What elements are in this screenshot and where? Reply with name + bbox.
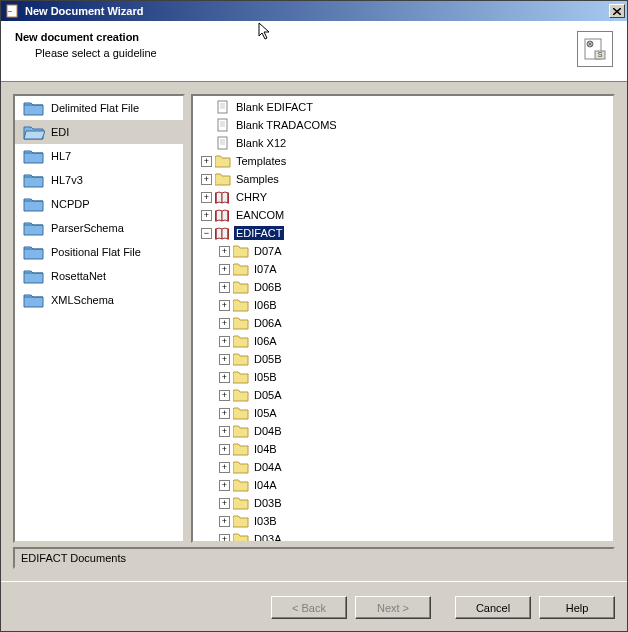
tree-node[interactable]: +D03A [197,530,613,541]
expand-icon[interactable]: + [201,174,212,185]
expand-icon[interactable]: + [219,336,230,347]
tree-node[interactable]: +I05A [197,404,613,422]
expand-icon[interactable]: + [219,444,230,455]
tree-node[interactable]: +I04B [197,440,613,458]
expand-icon[interactable]: + [219,516,230,527]
category-item[interactable]: HL7 [15,144,183,168]
category-item[interactable]: NCPDP [15,192,183,216]
expand-icon[interactable]: + [219,372,230,383]
tree-node[interactable]: +CHRY [197,188,613,206]
expand-icon[interactable]: + [219,534,230,542]
folder-icon [23,243,45,261]
expand-icon[interactable]: + [219,462,230,473]
expand-icon[interactable]: + [219,498,230,509]
header-subtitle: Please select a guideline [35,47,157,59]
help-button[interactable]: Help [539,596,615,619]
tree-node-label: EDIFACT [234,226,284,240]
tree-node[interactable]: +EANCOM [197,206,613,224]
back-button[interactable]: < Back [271,596,347,619]
category-item[interactable]: ParserSchema [15,216,183,240]
wizard-header: New document creation Please select a gu… [1,21,627,82]
svg-rect-13 [215,228,217,239]
tree-node[interactable]: +I07A [197,260,613,278]
expand-icon[interactable]: + [219,264,230,275]
expand-icon[interactable]: + [201,210,212,221]
tree-node[interactable]: +I03B [197,512,613,530]
tree-node[interactable]: Blank EDIFACT [197,98,613,116]
tree-node-label: D05B [252,352,284,366]
collapse-icon[interactable]: − [201,228,212,239]
folder-icon [233,406,249,420]
expand-icon[interactable]: + [219,408,230,419]
tree-node-label: D06B [252,280,284,294]
book-icon [215,190,231,204]
folder-icon [233,514,249,528]
tree-node[interactable]: +D07A [197,242,613,260]
tree-node[interactable]: −EDIFACT [197,224,613,242]
doc-icon [215,100,231,114]
tree-node-label: D04B [252,424,284,438]
doc-icon [215,118,231,132]
tree-node-label: EANCOM [234,208,286,222]
expand-icon[interactable]: + [201,156,212,167]
category-item[interactable]: HL7v3 [15,168,183,192]
svg-text:S: S [598,51,603,58]
title-bar: New Document Wizard [1,1,627,21]
close-button[interactable] [609,4,625,18]
category-list[interactable]: Delimited Flat FileEDIHL7HL7v3NCPDPParse… [13,94,185,543]
expand-icon[interactable]: + [219,426,230,437]
tree-node[interactable]: +D04B [197,422,613,440]
category-label: NCPDP [51,198,90,210]
category-item[interactable]: Positional Flat File [15,240,183,264]
expand-icon[interactable]: + [219,318,230,329]
tree-node[interactable]: +D03B [197,494,613,512]
folder-icon [233,298,249,312]
tree-node-label: I07A [252,262,279,276]
tree-node-label: I04A [252,478,279,492]
category-item[interactable]: EDI [15,120,183,144]
folder-icon [233,460,249,474]
tree-scroll[interactable]: Blank EDIFACTBlank TRADACOMSBlank X12+Te… [193,96,613,541]
book-icon [215,226,231,240]
tree-node[interactable]: +D04A [197,458,613,476]
tree-node[interactable]: +Templates [197,152,613,170]
next-button[interactable]: Next > [355,596,431,619]
tree-node[interactable]: +D05A [197,386,613,404]
expand-icon[interactable]: + [219,354,230,365]
cancel-button[interactable]: Cancel [455,596,531,619]
tree-node[interactable]: +I06B [197,296,613,314]
tree-panel: Blank EDIFACTBlank TRADACOMSBlank X12+Te… [191,94,615,543]
category-item[interactable]: XMLSchema [15,288,183,312]
category-item[interactable]: RosettaNet [15,264,183,288]
folder-icon [215,172,231,186]
app-icon [5,3,21,19]
folder-icon [233,442,249,456]
expand-icon[interactable]: + [219,246,230,257]
folder-icon [233,280,249,294]
expand-icon[interactable]: + [201,192,212,203]
tree-node[interactable]: +D05B [197,350,613,368]
tree-node[interactable]: +I05B [197,368,613,386]
folder-icon [23,219,45,237]
tree-node-label: I04B [252,442,279,456]
tree-node[interactable]: Blank TRADACOMS [197,116,613,134]
svg-rect-6 [218,101,227,113]
button-bar: < Back Next > Cancel Help [1,581,627,631]
expand-icon[interactable]: + [219,282,230,293]
tree-node-label: I06A [252,334,279,348]
tree-node[interactable]: +D06A [197,314,613,332]
folder-icon [233,244,249,258]
folder-icon [23,147,45,165]
tree-node[interactable]: +I06A [197,332,613,350]
expand-icon[interactable]: + [219,300,230,311]
expand-icon[interactable]: + [219,390,230,401]
tree-node[interactable]: +D06B [197,278,613,296]
status-text: EDIFACT Documents [21,552,126,564]
category-item[interactable]: Delimited Flat File [15,96,183,120]
tree-node[interactable]: +I04A [197,476,613,494]
category-label: HL7v3 [51,174,83,186]
tree-node[interactable]: +Samples [197,170,613,188]
tree-node[interactable]: Blank X12 [197,134,613,152]
doc-icon [215,136,231,150]
expand-icon[interactable]: + [219,480,230,491]
